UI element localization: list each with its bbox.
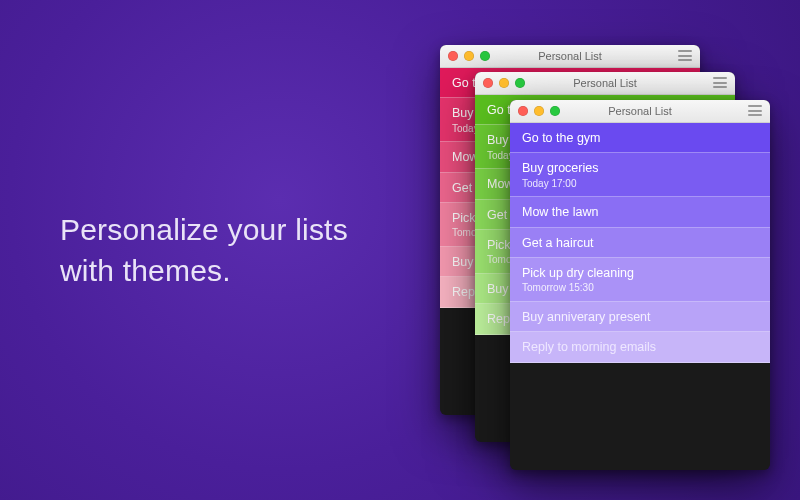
menu-icon[interactable] [748,105,762,116]
minimize-icon[interactable] [499,78,509,88]
menu-icon[interactable] [713,77,727,88]
zoom-icon[interactable] [550,106,560,116]
minimize-icon[interactable] [534,106,544,116]
task-title: Buy anniverary present [522,310,651,324]
traffic-lights [483,78,525,88]
zoom-icon[interactable] [480,51,490,61]
task-title: Get a haircut [522,236,594,250]
list-item[interactable]: Get a haircut [510,228,770,258]
task-list: Go to the gym Buy groceriesToday 17:00 M… [510,123,770,363]
task-title: Pick up dry cleaning [522,266,634,280]
task-subtitle: Today 17:00 [522,178,758,190]
list-item[interactable]: Go to the gym [510,123,770,153]
list-item[interactable]: Mow the lawn [510,197,770,227]
task-title: Go to the gym [522,131,601,145]
menu-icon[interactable] [678,50,692,61]
titlebar[interactable]: Personal List [475,72,735,95]
app-window-purple: Personal List Go to the gym Buy grocerie… [510,100,770,470]
titlebar[interactable]: Personal List [440,45,700,68]
tagline-line-2: with themes. [60,254,231,287]
task-title: Reply to morning emails [522,340,656,354]
traffic-lights [518,106,560,116]
promo-tagline: Personalize your lists with themes. [60,210,348,291]
close-icon[interactable] [448,51,458,61]
task-title: Mow the lawn [522,205,598,219]
minimize-icon[interactable] [464,51,474,61]
list-item[interactable]: Buy anniverary present [510,302,770,332]
list-item[interactable]: Pick up dry cleaningTomorrow 15:30 [510,258,770,302]
close-icon[interactable] [518,106,528,116]
tagline-line-1: Personalize your lists [60,213,348,246]
task-title: Buy groceries [522,161,598,175]
list-item[interactable]: Reply to morning emails [510,332,770,362]
list-item[interactable]: Buy groceriesToday 17:00 [510,153,770,197]
close-icon[interactable] [483,78,493,88]
titlebar[interactable]: Personal List [510,100,770,123]
task-subtitle: Tomorrow 15:30 [522,282,758,294]
zoom-icon[interactable] [515,78,525,88]
traffic-lights [448,51,490,61]
promo-stage: Personalize your lists with themes. Pers… [0,0,800,500]
